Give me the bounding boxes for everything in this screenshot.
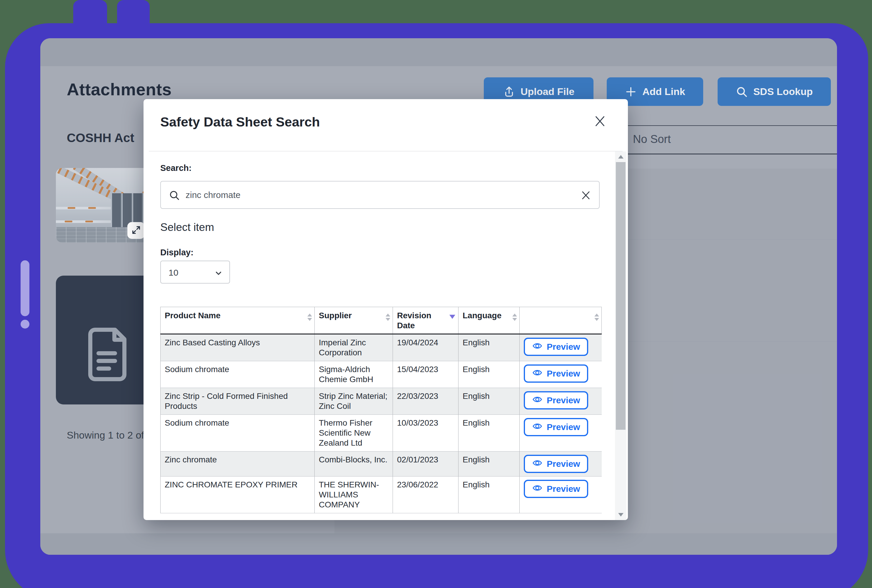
preview-label: Preview bbox=[547, 342, 580, 352]
preview-cell: Preview bbox=[520, 477, 602, 513]
upload-file-label: Upload File bbox=[521, 86, 574, 98]
document-icon bbox=[77, 325, 136, 384]
column-header-label: Product Name bbox=[165, 311, 220, 320]
sort-icon bbox=[385, 314, 390, 321]
product-name-cell: ZINC CHROMATE EPOXY PRIMER bbox=[160, 477, 315, 513]
product-name-cell: Zinc chromate bbox=[160, 452, 315, 477]
expand-photo-button[interactable] bbox=[127, 222, 145, 239]
page-title: Attachments bbox=[67, 80, 172, 99]
column-header-actions[interactable] bbox=[520, 307, 602, 334]
preview-label: Preview bbox=[547, 459, 580, 469]
table-row: Sodium chromateThermo Fisher Scientific … bbox=[160, 415, 602, 452]
clear-search-icon[interactable] bbox=[580, 190, 592, 201]
preview-button[interactable]: Preview bbox=[524, 364, 588, 382]
frame-bump bbox=[73, 0, 107, 38]
preview-cell: Preview bbox=[520, 361, 602, 388]
select-item-label: Select item bbox=[160, 221, 214, 234]
sort-icon bbox=[594, 314, 599, 321]
language-cell: English bbox=[458, 334, 520, 361]
preview-cell: Preview bbox=[520, 415, 602, 452]
display-count-value: 10 bbox=[169, 268, 178, 278]
product-name-cell: Sodium chromate bbox=[160, 361, 315, 388]
preview-label: Preview bbox=[547, 484, 580, 494]
eye-icon bbox=[532, 458, 542, 470]
preview-button[interactable]: Preview bbox=[524, 391, 588, 410]
preview-cell: Preview bbox=[520, 388, 602, 415]
revision-date-cell: 22/03/2023 bbox=[393, 388, 458, 415]
preview-cell: Preview bbox=[520, 452, 602, 477]
column-header-label: Supplier bbox=[319, 311, 352, 320]
revision-date-cell: 15/04/2023 bbox=[393, 361, 458, 388]
frame-pill-accent bbox=[21, 260, 29, 316]
chevron-down-icon bbox=[214, 269, 223, 279]
plus-icon bbox=[625, 86, 637, 98]
table-row: Zinc Strip - Cold Formed Finished Produc… bbox=[160, 388, 602, 415]
eye-icon bbox=[532, 368, 542, 380]
column-header-label: Revision Date bbox=[397, 311, 432, 330]
language-cell: English bbox=[458, 452, 520, 477]
search-field-container bbox=[160, 181, 600, 209]
sds-search-modal: Safety Data Sheet Search Search: Select … bbox=[144, 99, 628, 520]
add-link-label: Add Link bbox=[642, 86, 685, 98]
preview-cell: Preview bbox=[520, 334, 602, 361]
revision-date-cell: 02/01/2023 bbox=[393, 452, 458, 477]
supplier-cell: Combi-Blocks, Inc. bbox=[315, 452, 393, 477]
preview-label: Preview bbox=[547, 395, 580, 405]
preview-button[interactable]: Preview bbox=[524, 338, 588, 356]
search-label: Search: bbox=[160, 163, 192, 173]
supplier-cell: Imperial Zinc Corporation bbox=[315, 334, 393, 361]
sort-desc-icon bbox=[449, 315, 455, 319]
column-header-label: Language bbox=[463, 311, 502, 320]
product-name-cell: Zinc Based Casting Alloys bbox=[160, 334, 315, 361]
revision-date-cell: 10/03/2023 bbox=[393, 415, 458, 452]
table-row: Sodium chromateSigma-Aldrich Chemie GmbH… bbox=[160, 361, 602, 388]
sort-icon bbox=[307, 314, 312, 321]
eye-icon bbox=[532, 421, 542, 434]
modal-scrollbar[interactable] bbox=[615, 152, 626, 520]
no-sort-dropdown[interactable]: No Sort bbox=[633, 133, 671, 146]
search-input[interactable] bbox=[186, 182, 568, 208]
column-header-language[interactable]: Language bbox=[458, 307, 520, 334]
frame-bump bbox=[117, 0, 150, 38]
sds-lookup-button[interactable]: SDS Lookup bbox=[718, 77, 831, 106]
revision-date-cell: 19/04/2024 bbox=[393, 334, 458, 361]
supplier-cell: Strip Zinc Material; Zinc Coil bbox=[315, 388, 393, 415]
window-top-band bbox=[40, 38, 837, 66]
display-count-select[interactable]: 10 bbox=[160, 261, 230, 284]
modal-divider bbox=[149, 151, 623, 152]
product-name-cell: Sodium chromate bbox=[160, 415, 315, 452]
column-header-revision-date[interactable]: Revision Date bbox=[393, 307, 458, 334]
revision-date-cell: 23/06/2022 bbox=[393, 477, 458, 513]
frame-dot-accent bbox=[21, 320, 29, 328]
expand-icon bbox=[131, 225, 141, 236]
supplier-cell: Thermo Fisher Scientific New Zealand Ltd bbox=[315, 415, 393, 452]
preview-button[interactable]: Preview bbox=[524, 418, 588, 436]
section-title-coshh: COSHH Act bbox=[67, 131, 134, 145]
table-row: ZINC CHROMATE EPOXY PRIMERTHE SHERWIN-WI… bbox=[160, 477, 602, 513]
preview-button[interactable]: Preview bbox=[524, 455, 588, 473]
eye-icon bbox=[532, 394, 542, 407]
scrollbar-thumb[interactable] bbox=[616, 162, 626, 430]
upload-icon bbox=[503, 86, 515, 98]
column-header-supplier[interactable]: Supplier bbox=[315, 307, 393, 334]
language-cell: English bbox=[458, 477, 520, 513]
language-cell: English bbox=[458, 415, 520, 452]
language-cell: English bbox=[458, 388, 520, 415]
search-icon bbox=[736, 86, 748, 98]
sds-lookup-label: SDS Lookup bbox=[753, 86, 813, 98]
scroll-up-icon[interactable] bbox=[618, 155, 623, 159]
close-icon[interactable] bbox=[593, 114, 607, 128]
sds-results-table: Product NameSupplierRevision DateLanguag… bbox=[160, 307, 602, 513]
preview-label: Preview bbox=[547, 422, 580, 432]
language-cell: English bbox=[458, 361, 520, 388]
product-name-cell: Zinc Strip - Cold Formed Finished Produc… bbox=[160, 388, 315, 415]
table-row: Zinc Based Casting AlloysImperial Zinc C… bbox=[160, 334, 602, 361]
preview-button[interactable]: Preview bbox=[524, 480, 588, 498]
table-header-row: Product NameSupplierRevision DateLanguag… bbox=[160, 307, 602, 334]
window-bottom-band bbox=[40, 533, 837, 555]
scroll-down-icon[interactable] bbox=[618, 513, 623, 516]
table-row: Zinc chromateCombi-Blocks, Inc.02/01/202… bbox=[160, 452, 602, 477]
search-icon bbox=[169, 189, 180, 202]
column-header-product-name[interactable]: Product Name bbox=[160, 307, 315, 334]
sort-icon bbox=[512, 314, 517, 321]
